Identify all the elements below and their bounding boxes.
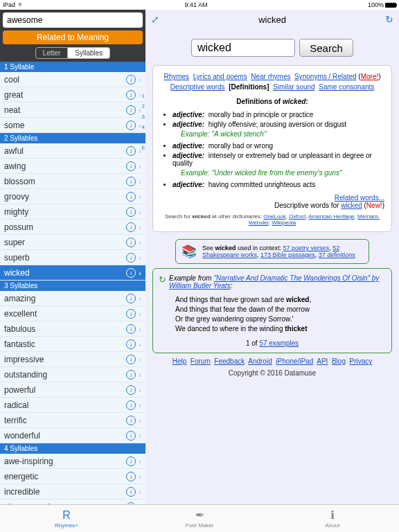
info-icon[interactable]: i bbox=[126, 502, 136, 505]
list-item[interactable]: greati› bbox=[0, 87, 145, 103]
list-item[interactable]: wonderfuli› bbox=[0, 428, 145, 443]
list-item[interactable]: superbi› bbox=[0, 250, 145, 265]
list-item[interactable]: blossomi› bbox=[0, 174, 145, 189]
context-link[interactable]: 37 definitions bbox=[319, 251, 355, 258]
related-words-link[interactable]: Related words... bbox=[335, 194, 384, 202]
context-link[interactable]: 57 poetry verses bbox=[283, 245, 330, 251]
index-item[interactable]: 4 bbox=[142, 124, 145, 130]
list-item[interactable]: incrediblei› bbox=[0, 484, 145, 499]
info-icon[interactable]: i bbox=[126, 177, 136, 186]
index-item[interactable]: 1 bbox=[142, 93, 145, 99]
list-item[interactable]: phenomenali› bbox=[0, 499, 145, 504]
footer-link[interactable]: Feedback bbox=[214, 357, 245, 365]
list-item[interactable]: terrifici› bbox=[0, 413, 145, 428]
list-item[interactable]: fabulousi› bbox=[0, 321, 145, 337]
footer-link[interactable]: Forum bbox=[190, 357, 211, 365]
info-icon[interactable]: i bbox=[126, 456, 136, 466]
list-item[interactable]: superi› bbox=[0, 235, 145, 250]
info-icon[interactable]: i bbox=[126, 268, 136, 278]
refresh-icon[interactable]: ↻ bbox=[385, 14, 393, 25]
seg-syllables[interactable]: Syllables bbox=[68, 47, 110, 59]
info-icon[interactable]: i bbox=[126, 90, 136, 100]
info-icon[interactable]: i bbox=[126, 105, 136, 115]
footer-link[interactable]: iPhone/iPad bbox=[276, 357, 313, 365]
info-icon[interactable]: i bbox=[126, 146, 136, 156]
search-input[interactable] bbox=[3, 12, 143, 28]
info-icon[interactable]: i bbox=[126, 192, 136, 202]
index-item[interactable]: 6 bbox=[142, 145, 145, 151]
list-item[interactable]: possumi› bbox=[0, 220, 145, 235]
list-item[interactable]: radicali› bbox=[0, 398, 145, 413]
list-item[interactable]: powerfuli› bbox=[0, 382, 145, 398]
footer-link[interactable]: Android bbox=[248, 357, 272, 365]
info-icon[interactable]: i bbox=[126, 207, 136, 217]
footer-link[interactable]: Privacy bbox=[350, 357, 373, 365]
info-icon[interactable]: i bbox=[126, 324, 136, 334]
dict-link[interactable]: Wikipedia bbox=[272, 220, 296, 226]
info-icon[interactable]: i bbox=[126, 416, 136, 425]
info-icon[interactable]: i bbox=[126, 75, 136, 85]
word-list[interactable]: 1 Syllablecooli›greati›neati›somei›2 Syl… bbox=[0, 62, 145, 504]
nav-more[interactable]: More! bbox=[361, 73, 379, 80]
index-item[interactable]: 2 bbox=[142, 103, 145, 109]
list-item[interactable]: groovyi› bbox=[0, 189, 145, 204]
list-item[interactable]: awingi› bbox=[0, 159, 145, 174]
footer-link[interactable]: Blog bbox=[332, 357, 346, 365]
info-icon[interactable]: i bbox=[126, 309, 136, 319]
info-icon[interactable]: i bbox=[126, 400, 136, 410]
list-item[interactable]: neati› bbox=[0, 103, 145, 118]
seg-letter[interactable]: Letter bbox=[35, 47, 69, 59]
nav-lyrics[interactable]: Lyrics and poems bbox=[193, 73, 247, 80]
footer-link[interactable]: Help bbox=[172, 357, 187, 365]
tab-about[interactable]: ℹAbout bbox=[266, 505, 399, 532]
info-icon[interactable]: i bbox=[126, 339, 136, 349]
dict-link[interactable]: OneLook bbox=[263, 213, 285, 220]
reload-example-icon[interactable]: ↻ bbox=[159, 274, 166, 285]
list-item[interactable]: wickedi› bbox=[0, 265, 145, 281]
info-icon[interactable]: i bbox=[126, 238, 136, 247]
dict-link[interactable]: American Heritage bbox=[308, 213, 354, 220]
list-item[interactable]: amazingi› bbox=[0, 291, 145, 306]
info-icon[interactable]: i bbox=[126, 253, 136, 263]
expand-icon[interactable]: ⤢ bbox=[151, 14, 159, 25]
examples-count-link[interactable]: 57 examples bbox=[259, 339, 299, 347]
info-icon[interactable]: i bbox=[126, 370, 136, 380]
nav-synonyms[interactable]: Synonyms / Related bbox=[294, 73, 357, 80]
index-item[interactable]: 5 bbox=[142, 134, 145, 141]
list-item[interactable]: mightyi› bbox=[0, 204, 145, 220]
list-item[interactable]: outstandingi› bbox=[0, 367, 145, 382]
info-icon[interactable]: i bbox=[126, 472, 136, 481]
nav-same[interactable]: Same consonants bbox=[319, 83, 374, 91]
index-item[interactable]: 3 bbox=[142, 114, 145, 120]
list-item[interactable]: impressivei› bbox=[0, 352, 145, 367]
list-item[interactable]: excellenti› bbox=[0, 306, 145, 321]
list-item[interactable]: cooli› bbox=[0, 72, 145, 87]
nav-near[interactable]: Near rhymes bbox=[251, 73, 290, 80]
info-icon[interactable]: i bbox=[126, 222, 136, 232]
list-item[interactable]: awe-inspiringi› bbox=[0, 454, 145, 469]
list-item[interactable]: somei› bbox=[0, 118, 145, 133]
list-item[interactable]: energetici› bbox=[0, 469, 145, 484]
context-link[interactable]: 173 Bible passages bbox=[260, 251, 315, 258]
tab-poet-maker[interactable]: ✒Poet Maker bbox=[133, 505, 266, 532]
nav-similar[interactable]: Similar sound bbox=[273, 83, 315, 91]
info-icon[interactable]: i bbox=[126, 121, 136, 130]
info-icon[interactable]: i bbox=[126, 294, 136, 303]
nav-descriptive[interactable]: Descriptive words bbox=[170, 83, 225, 91]
tab-rhymes-[interactable]: RRhymes+ bbox=[0, 505, 133, 532]
list-item[interactable]: awfuli› bbox=[0, 143, 145, 159]
word-input[interactable] bbox=[191, 39, 295, 57]
info-icon[interactable]: i bbox=[126, 161, 136, 171]
info-icon[interactable]: i bbox=[126, 385, 136, 395]
info-icon[interactable]: i bbox=[126, 355, 136, 364]
info-icon[interactable]: i bbox=[126, 431, 136, 441]
descriptive-word-link[interactable]: wicked bbox=[341, 202, 362, 209]
nav-rhymes[interactable]: Rhymes bbox=[163, 73, 189, 80]
footer-link[interactable]: API bbox=[317, 357, 328, 365]
info-icon[interactable]: i bbox=[126, 487, 136, 497]
search-button[interactable]: Search bbox=[299, 39, 353, 57]
nav-definitions[interactable]: [Definitions] bbox=[229, 83, 269, 91]
related-button[interactable]: Related to Meaning bbox=[3, 30, 143, 44]
index-strip[interactable]: 123456 bbox=[142, 93, 145, 151]
list-item[interactable]: fantastici› bbox=[0, 337, 145, 352]
